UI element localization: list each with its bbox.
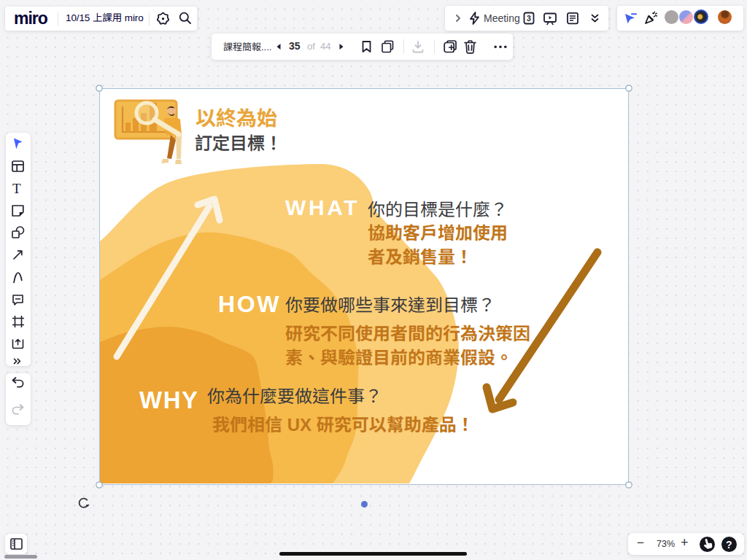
svg-text:3: 3 (527, 14, 531, 23)
